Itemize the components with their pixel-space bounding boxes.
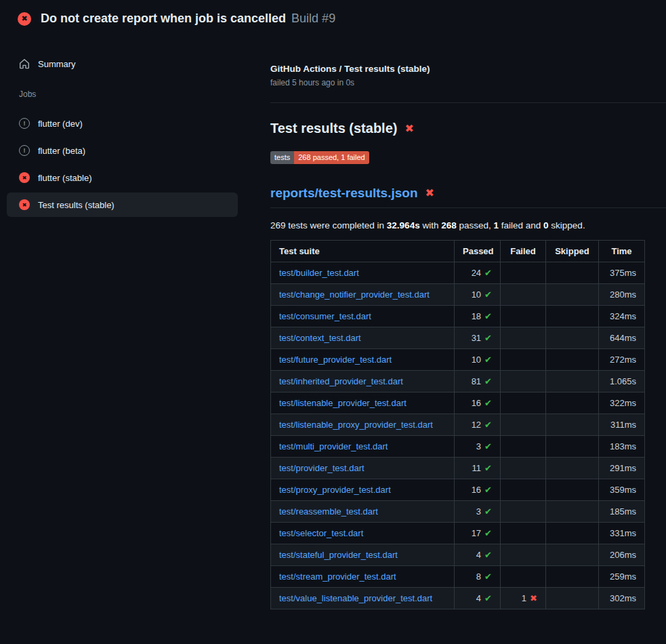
failed-cell: ✖ bbox=[501, 284, 546, 306]
skipped-cell bbox=[546, 523, 599, 544]
jobs-heading: Jobs bbox=[19, 89, 238, 99]
run-failed-icon: ✖ bbox=[18, 12, 31, 26]
test-suite-link[interactable]: test/inherited_provider_test.dart bbox=[279, 376, 403, 386]
test-suite-link[interactable]: test/context_test.dart bbox=[279, 333, 361, 343]
test-suite-link[interactable]: test/listenable_proxy_provider_test.dart bbox=[279, 420, 433, 430]
passed-cell: 12✔ bbox=[455, 414, 501, 436]
passed-cell: 31✔ bbox=[455, 327, 501, 349]
failed-cell: ✖ bbox=[501, 393, 546, 414]
check-icon: ✔ bbox=[484, 441, 492, 451]
summary-duration: 32.964s bbox=[387, 220, 420, 230]
main-content: GitHub Actions / Test results (stable) f… bbox=[270, 34, 666, 609]
sidebar-summary-label: Summary bbox=[38, 59, 76, 69]
check-icon: ✔ bbox=[484, 398, 492, 408]
sidebar-item-flutter-dev[interactable]: ! flutter (dev) bbox=[7, 111, 238, 136]
time-cell: 644ms bbox=[599, 327, 645, 349]
skipped-cell bbox=[546, 479, 599, 501]
failed-cell: ✖ bbox=[501, 349, 546, 371]
time-cell: 324ms bbox=[599, 306, 645, 327]
status-neutral-icon: ! bbox=[19, 145, 30, 156]
table-row: test/proxy_provider_test.dart 16✔ ✖ 359m… bbox=[271, 479, 645, 501]
time-cell: 206ms bbox=[599, 544, 645, 566]
skipped-cell bbox=[546, 414, 599, 436]
sidebar-item-test-results-stable[interactable]: ✖ Test results (stable) bbox=[7, 193, 238, 217]
suite-cell: test/listenable_proxy_provider_test.dart bbox=[271, 414, 455, 436]
summary-passed-count: 268 bbox=[441, 220, 457, 230]
sidebar-item-flutter-beta[interactable]: ! flutter (beta) bbox=[7, 138, 238, 163]
skipped-cell bbox=[546, 436, 599, 458]
test-suite-link[interactable]: test/selector_test.dart bbox=[279, 528, 363, 538]
passed-cell: 17✔ bbox=[455, 523, 501, 544]
test-suite-link[interactable]: test/stateful_provider_test.dart bbox=[279, 550, 398, 560]
tests-badge-label: tests bbox=[270, 151, 294, 164]
passed-cell: 3✔ bbox=[455, 436, 501, 458]
check-icon: ✔ bbox=[484, 528, 492, 538]
time-cell: 259ms bbox=[599, 566, 645, 588]
report-file-link[interactable]: reports/test-results.json bbox=[270, 186, 418, 201]
passed-cell: 81✔ bbox=[455, 371, 501, 393]
table-row: test/value_listenable_provider_test.dart… bbox=[271, 588, 645, 609]
suite-cell: test/value_listenable_provider_test.dart bbox=[271, 588, 455, 609]
status-failed-icon: ✖ bbox=[19, 199, 30, 210]
x-icon: ✖ bbox=[530, 593, 537, 603]
col-header-failed: Failed bbox=[501, 241, 546, 262]
failed-x-icon: ✖ bbox=[425, 188, 434, 199]
col-header-passed: Passed bbox=[455, 241, 501, 262]
divider bbox=[270, 102, 666, 103]
skipped-cell bbox=[546, 393, 599, 414]
skipped-cell bbox=[546, 501, 599, 523]
failed-cell: ✖ bbox=[501, 414, 546, 436]
test-suite-link[interactable]: test/multi_provider_test.dart bbox=[279, 441, 388, 451]
status-failed-icon: ✖ bbox=[19, 172, 30, 183]
run-header: ✖ Do not create report when job is cance… bbox=[0, 0, 666, 34]
time-cell: 322ms bbox=[599, 393, 645, 414]
test-suite-link[interactable]: test/stream_provider_test.dart bbox=[279, 571, 396, 582]
sidebar-item-summary[interactable]: Summary bbox=[7, 53, 238, 75]
home-icon bbox=[19, 58, 30, 69]
failed-cell: ✖ bbox=[501, 523, 546, 544]
test-suite-link[interactable]: test/future_provider_test.dart bbox=[279, 355, 392, 365]
failed-cell: ✖ bbox=[501, 479, 546, 501]
skipped-cell bbox=[546, 284, 599, 306]
col-header-time: Time bbox=[599, 241, 645, 262]
suite-cell: test/selector_test.dart bbox=[271, 523, 455, 544]
suite-cell: test/context_test.dart bbox=[271, 327, 455, 349]
job-label: flutter (stable) bbox=[38, 173, 91, 183]
failed-cell: ✖ bbox=[501, 458, 546, 479]
test-suite-link[interactable]: test/value_listenable_provider_test.dart bbox=[279, 593, 432, 603]
table-row: test/future_provider_test.dart 10✔ ✖ 272… bbox=[271, 349, 645, 371]
failed-cell: ✖ bbox=[501, 436, 546, 458]
suite-cell: test/provider_test.dart bbox=[271, 458, 455, 479]
table-row: test/provider_test.dart 11✔ ✖ 291ms bbox=[271, 458, 645, 479]
failed-cell: ✖ bbox=[501, 306, 546, 327]
passed-cell: 10✔ bbox=[455, 349, 501, 371]
failed-cell: ✖ bbox=[501, 566, 546, 588]
job-label: Test results (stable) bbox=[38, 200, 115, 210]
skipped-cell bbox=[546, 306, 599, 327]
run-title: Do not create report when job is cancell… bbox=[41, 12, 286, 26]
skipped-cell bbox=[546, 327, 599, 349]
test-suite-link[interactable]: test/change_notifier_provider_test.dart bbox=[279, 289, 430, 300]
job-label: flutter (dev) bbox=[38, 119, 83, 129]
test-suite-link[interactable]: test/reassemble_test.dart bbox=[279, 506, 378, 517]
run-build-number: Build #9 bbox=[291, 12, 335, 26]
test-suite-link[interactable]: test/listenable_provider_test.dart bbox=[279, 398, 407, 408]
skipped-cell bbox=[546, 349, 599, 371]
failed-cell: ✖ bbox=[501, 501, 546, 523]
test-suite-link[interactable]: test/proxy_provider_test.dart bbox=[279, 485, 391, 495]
passed-cell: 16✔ bbox=[455, 393, 501, 414]
col-header-skipped: Skipped bbox=[546, 241, 599, 262]
test-suite-link[interactable]: test/consumer_test.dart bbox=[279, 311, 371, 321]
check-icon: ✔ bbox=[484, 550, 492, 560]
check-icon: ✔ bbox=[484, 571, 492, 582]
tests-badge-value: 268 passed, 1 failed bbox=[294, 151, 369, 164]
table-row: test/stateful_provider_test.dart 4✔ ✖ 20… bbox=[271, 544, 645, 566]
sidebar-item-flutter-stable[interactable]: ✖ flutter (stable) bbox=[7, 165, 238, 190]
failed-cell: 1✖ bbox=[501, 588, 546, 609]
suite-cell: test/multi_provider_test.dart bbox=[271, 436, 455, 458]
time-cell: 331ms bbox=[599, 523, 645, 544]
test-suite-link[interactable]: test/builder_test.dart bbox=[279, 268, 359, 278]
table-row: test/listenable_provider_test.dart 16✔ ✖… bbox=[271, 393, 645, 414]
test-suite-link[interactable]: test/provider_test.dart bbox=[279, 463, 365, 473]
table-row: test/context_test.dart 31✔ ✖ 644ms bbox=[271, 327, 645, 349]
